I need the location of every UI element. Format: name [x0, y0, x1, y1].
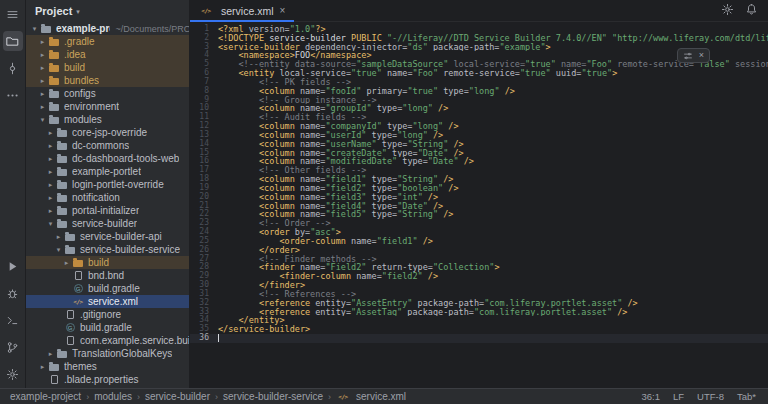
chevron-right-icon[interactable]: ▸ [38, 103, 47, 111]
code-line[interactable]: 31 <!-- References --> [190, 290, 768, 299]
code-line[interactable]: 25 <order-column name="field1" /> [190, 237, 768, 246]
tree-item[interactable]: bnd.bnd [26, 269, 189, 282]
chevron-down-icon[interactable]: ▾ [30, 25, 39, 33]
code-line[interactable]: 9 <!-- Group instance --> [190, 96, 768, 105]
chevron-down-icon[interactable]: ▾ [38, 116, 47, 124]
tree-item[interactable]: .blade.properties [26, 373, 189, 386]
tree-item[interactable]: ▸.gradle [26, 35, 189, 48]
breadcrumb-item[interactable]: </>service.xml [336, 391, 406, 403]
tree-item[interactable]: ▸.idea [26, 48, 189, 61]
tree-item[interactable]: Gbuild.gradle [26, 282, 189, 295]
breadcrumb-item[interactable]: example-project [10, 391, 81, 402]
chevron-right-icon[interactable]: ▸ [38, 90, 47, 98]
inspections-widget[interactable]: × [677, 48, 710, 63]
code-line[interactable]: 34 </entity> [190, 316, 768, 325]
chevron-right-icon[interactable]: ▸ [62, 259, 71, 267]
code-line[interactable]: 19 <column name="field2" type="boolean" … [190, 184, 768, 193]
git-tool-button[interactable] [3, 337, 23, 357]
tree-item[interactable]: </>service.xml [26, 295, 189, 308]
tree-item[interactable]: ▾example-project~/Documents/PROJECTS [26, 22, 189, 35]
code-line[interactable]: 22 <column name="field5" type="String" /… [190, 210, 768, 219]
tree-item[interactable]: ▸TranslationGlobalKeys [26, 347, 189, 360]
project-tool-button[interactable] [3, 31, 23, 51]
tree-item[interactable]: ▸dc-dashboard-tools-web [26, 152, 189, 165]
code-line[interactable]: 2<!DOCTYPE service-builder PUBLIC "-//Li… [190, 34, 768, 43]
project-panel-header[interactable]: Project ▾ [26, 0, 189, 22]
inspections-settings-icon[interactable] [683, 51, 693, 61]
chevron-right-icon[interactable]: ▸ [46, 194, 55, 202]
tree-item[interactable]: ▸notification [26, 191, 189, 204]
hide-widget-icon[interactable]: × [699, 51, 704, 60]
chevron-right-icon[interactable]: ▸ [46, 129, 55, 137]
breadcrumb-item[interactable]: service-builder [145, 391, 210, 402]
code-line[interactable]: 6 <entity local-service="true" name="Foo… [190, 69, 768, 78]
chevron-right-icon[interactable]: ▸ [46, 155, 55, 163]
code-line[interactable]: 15 <column name="createDate" type="Date"… [190, 149, 768, 158]
code-line[interactable]: 29 <finder-column name="field2" /> [190, 272, 768, 281]
code-line[interactable]: 18 <column name="field1" type="String" /… [190, 175, 768, 184]
tree-item[interactable]: Gbuild.gradle [26, 321, 189, 334]
chevron-right-icon[interactable]: ▸ [38, 77, 47, 85]
code-line[interactable]: 35</service-builder> [190, 325, 768, 334]
tree-item[interactable]: ▾modules [26, 113, 189, 126]
tree-item[interactable]: ▸environment [26, 100, 189, 113]
tree-item[interactable]: ▸core-jsp-override [26, 126, 189, 139]
code-line[interactable]: 24 <order by="asc"> [190, 228, 768, 237]
tree-item[interactable]: ▸example-portlet [26, 165, 189, 178]
code-line[interactable]: 27 <!-- Finder methods --> [190, 255, 768, 264]
main-menu-button[interactable] [3, 4, 23, 24]
chevron-right-icon[interactable]: ▸ [54, 233, 63, 241]
editor-tab[interactable]: </>service.xml× [190, 0, 294, 21]
terminal-tool-button[interactable] [3, 310, 23, 330]
code-line[interactable]: 7 <!-- PK fields --> [190, 78, 768, 87]
code-line[interactable]: 8 <column name="fooId" primary="true" ty… [190, 87, 768, 96]
chevron-right-icon[interactable]: ▸ [38, 51, 47, 59]
chevron-right-icon[interactable]: ▸ [38, 363, 47, 371]
chevron-right-icon[interactable]: ▸ [46, 181, 55, 189]
code-line[interactable]: 30 </finder> [190, 281, 768, 290]
tree-item[interactable]: ▸service-builder-api [26, 230, 189, 243]
caret-position[interactable]: 36:1 [641, 391, 660, 402]
breadcrumb-item[interactable]: modules [94, 391, 132, 402]
chevron-right-icon[interactable]: ▸ [46, 142, 55, 150]
chevron-right-icon[interactable]: ▸ [38, 38, 47, 46]
notifications-button[interactable] [745, 2, 758, 20]
debug-tool-button[interactable] [3, 283, 23, 303]
code-line[interactable]: 12 <column name="companyId" type="long" … [190, 122, 768, 131]
tree-item[interactable]: ▸portal-initializer [26, 204, 189, 217]
breadcrumb-item[interactable]: service-builder-service [223, 391, 323, 402]
code-line[interactable]: 23 <!-- Order --> [190, 219, 768, 228]
code-line[interactable]: 16 <column name="modifiedDate" type="Dat… [190, 157, 768, 166]
tree-item[interactable]: ▸dc-commons [26, 139, 189, 152]
code-line[interactable]: 21 <column name="field4" type="Date" /> [190, 202, 768, 211]
line-separator[interactable]: LF [673, 391, 684, 402]
code-line[interactable]: 1<?xml version="1.0"?> [190, 25, 768, 34]
code-line[interactable]: 17 <!-- Other fields --> [190, 166, 768, 175]
editor-scrollbar[interactable] [761, 22, 768, 388]
code-line[interactable]: 26 </order> [190, 246, 768, 255]
chevron-right-icon[interactable]: ▸ [38, 64, 47, 72]
tree-item[interactable]: ▾service-builder [26, 217, 189, 230]
run-tool-button[interactable] [3, 256, 23, 276]
chevron-right-icon[interactable]: ▸ [46, 168, 55, 176]
code-editor[interactable]: 1<?xml version="1.0"?>2<!DOCTYPE service… [190, 22, 768, 388]
tree-item[interactable]: ▸build [26, 256, 189, 269]
code-line[interactable]: 32 <reference entity="AssetEntry" packag… [190, 299, 768, 308]
commit-tool-button[interactable] [3, 58, 23, 78]
code-line[interactable]: 13 <column name="userId" type="long" /> [190, 131, 768, 140]
code-line[interactable]: 20 <column name="field3" type="int" /> [190, 193, 768, 202]
settings-button[interactable] [3, 364, 23, 384]
tree-item[interactable]: ▸bundles [26, 74, 189, 87]
chevron-right-icon[interactable]: ▸ [46, 350, 55, 358]
code-line[interactable]: 14 <column name="userName" type="String"… [190, 140, 768, 149]
chevron-right-icon[interactable]: ▸ [46, 207, 55, 215]
editor-settings-button[interactable] [721, 2, 734, 20]
chevron-down-icon[interactable]: ▾ [54, 246, 63, 254]
tree-item[interactable]: ▾service-builder-service [26, 243, 189, 256]
code-line[interactable]: 28 <finder name="Field2" return-type="Co… [190, 263, 768, 272]
chevron-down-icon[interactable]: ▾ [46, 220, 55, 228]
tree-item[interactable]: com.example.service.builder.iml [26, 334, 189, 347]
code-line[interactable]: 11 <!-- Audit fields --> [190, 113, 768, 122]
code-line[interactable]: 10 <column name="groupId" type="long" /> [190, 104, 768, 113]
code-line[interactable]: 33 <reference entity="AssetTag" package-… [190, 308, 768, 317]
